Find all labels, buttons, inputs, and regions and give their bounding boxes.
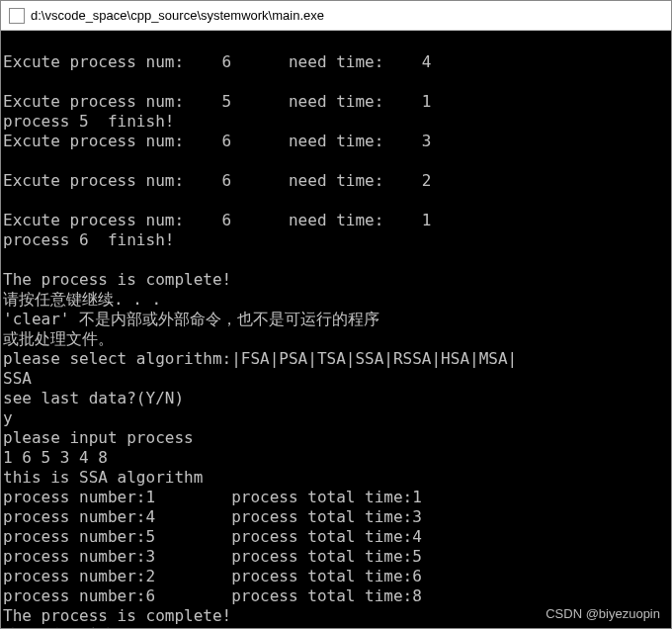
terminal-line: 或批处理文件。 — [3, 329, 114, 348]
terminal-line: please input process — [3, 428, 194, 447]
terminal-line: SSA — [3, 369, 32, 388]
terminal-line: please select algorithm:|FSA|PSA|TSA|SSA… — [3, 349, 517, 368]
terminal-line: see last data?(Y/N) — [3, 389, 184, 407]
terminal-line: 请按任意键继续. . . — [3, 290, 161, 309]
terminal-line: The process is complete! — [3, 270, 231, 289]
terminal-line: this is SSA algorithm — [3, 468, 203, 487]
terminal-line: Excute process num: 6 need time: 4 — [3, 52, 431, 71]
app-icon — [9, 8, 25, 24]
terminal-line: process number:3 process total time:5 — [3, 547, 422, 566]
terminal-line: The process is complete! — [3, 606, 231, 625]
window-title: d:\vscode_space\cpp_source\systemwork\ma… — [31, 8, 324, 23]
console-window: d:\vscode_space\cpp_source\systemwork\ma… — [0, 0, 672, 629]
terminal-line: process number:5 process total time:4 — [3, 527, 422, 546]
terminal-line: 请按任意键继续. . . — [3, 626, 161, 628]
terminal-line: Excute process num: 5 need time: 1 — [3, 92, 431, 111]
watermark: CSDN @biyezuopin — [546, 606, 660, 621]
terminal-line: Excute process num: 6 need time: 2 — [3, 171, 431, 190]
terminal-line: Excute process num: 6 need time: 1 — [3, 211, 431, 229]
terminal-line: y — [3, 408, 13, 427]
terminal-line: process number:2 process total time:6 — [3, 567, 422, 585]
terminal-line: 'clear' 不是内部或外部命令，也不是可运行的程序 — [3, 310, 379, 328]
terminal-line: process 5 finish! — [3, 112, 174, 131]
terminal-line: process number:1 process total time:1 — [3, 488, 422, 506]
terminal-output[interactable]: Excute process num: 6 need time: 4 Excut… — [1, 31, 671, 628]
terminal-line: process number:6 process total time:8 — [3, 586, 422, 605]
terminal-line: process 6 finish! — [3, 230, 174, 249]
terminal-line: 1 6 5 3 4 8 — [3, 448, 108, 467]
terminal-line: process number:4 process total time:3 — [3, 507, 422, 526]
terminal-line: Excute process num: 6 need time: 3 — [3, 132, 431, 150]
titlebar[interactable]: d:\vscode_space\cpp_source\systemwork\ma… — [1, 1, 671, 31]
